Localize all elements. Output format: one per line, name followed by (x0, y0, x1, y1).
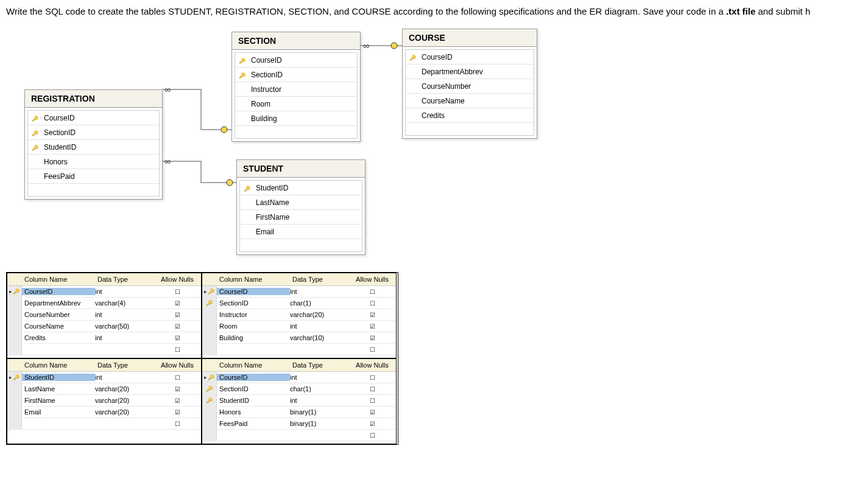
data-type-cell[interactable]: char(1) (290, 385, 351, 393)
designer-row[interactable]: DepartmentAbbrevvarchar(4)☑ (7, 298, 201, 309)
data-type-cell[interactable]: int (290, 374, 351, 381)
data-type-cell[interactable]: char(1) (290, 299, 351, 307)
column-name-cell[interactable]: Email (22, 408, 95, 416)
allow-nulls-cell[interactable]: ☑ (351, 409, 393, 416)
row-selector[interactable] (202, 372, 217, 383)
column-name-cell[interactable]: FeesPaid (217, 420, 290, 427)
column-name-cell[interactable]: DepartmentAbbrev (22, 299, 95, 307)
designer-row[interactable]: Honorsbinary(1)☑ (202, 406, 396, 418)
allow-nulls-cell[interactable]: ☐ (156, 346, 199, 353)
designer-row[interactable]: FeesPaidbinary(1)☑ (202, 418, 396, 430)
data-type-cell[interactable]: varchar(50) (95, 323, 156, 330)
allow-nulls-cell[interactable]: ☑ (156, 397, 199, 404)
column-name-cell[interactable]: StudentID (217, 397, 290, 404)
allow-nulls-cell[interactable]: ☑ (351, 312, 393, 318)
row-selector[interactable] (7, 309, 22, 320)
designer-row[interactable]: StudentIDint☐ (7, 372, 201, 383)
allow-nulls-cell[interactable]: ☑ (351, 420, 393, 427)
column-name-cell[interactable]: CourseNumber (22, 311, 95, 318)
allow-nulls-cell[interactable]: ☐ (351, 397, 393, 404)
allow-nulls-cell[interactable]: ☐ (156, 374, 199, 381)
designer-row[interactable]: Instructorvarchar(20)☑ (202, 309, 396, 321)
allow-nulls-cell[interactable]: ☐ (351, 288, 393, 295)
allow-nulls-cell[interactable]: ☐ (351, 300, 393, 307)
data-type-cell[interactable]: varchar(20) (95, 397, 156, 404)
designer-row[interactable]: Roomint☑ (202, 321, 396, 332)
row-selector[interactable] (7, 418, 22, 429)
data-type-cell[interactable]: varchar(10) (290, 334, 351, 341)
allow-nulls-cell[interactable]: ☑ (156, 312, 199, 318)
row-selector[interactable] (202, 321, 217, 332)
column-name-cell[interactable]: SectionID (217, 299, 290, 307)
data-type-cell[interactable]: varchar(20) (95, 408, 156, 416)
designer-row[interactable]: CourseIDint☐ (202, 286, 396, 298)
row-selector[interactable] (202, 406, 217, 417)
designer-row[interactable]: CourseNumberint☑ (7, 309, 201, 321)
data-type-cell[interactable]: int (290, 397, 351, 404)
row-selector[interactable] (7, 286, 22, 297)
column-name-cell[interactable]: StudentID (22, 374, 95, 381)
row-selector[interactable] (202, 332, 217, 343)
designer-row[interactable]: SectionIDchar(1)☐ (202, 383, 396, 395)
designer-row[interactable]: Buildingvarchar(10)☑ (202, 332, 396, 344)
allow-nulls-cell[interactable]: ☑ (156, 300, 199, 307)
allow-nulls-cell[interactable]: ☐ (351, 346, 393, 353)
allow-nulls-cell[interactable]: ☐ (156, 420, 199, 427)
designer-row[interactable]: CourseIDint☐ (7, 286, 201, 298)
allow-nulls-cell[interactable]: ☐ (351, 386, 393, 393)
row-selector[interactable] (7, 298, 22, 309)
data-type-cell[interactable]: int (290, 288, 351, 295)
column-name-cell[interactable]: FirstName (22, 397, 95, 404)
row-selector[interactable] (7, 321, 22, 332)
column-name-cell[interactable]: Honors (217, 408, 290, 416)
designer-row[interactable]: SectionIDchar(1)☐ (202, 298, 396, 309)
column-name-cell[interactable]: Building (217, 334, 290, 341)
data-type-cell[interactable]: int (290, 323, 351, 330)
row-selector[interactable] (202, 395, 217, 406)
column-name-cell[interactable]: CourseID (217, 288, 290, 295)
designer-row[interactable]: CourseIDint☐ (202, 372, 396, 383)
row-selector[interactable] (7, 395, 22, 406)
designer-row[interactable]: CourseNamevarchar(50)☑ (7, 321, 201, 332)
column-name-cell[interactable]: CourseName (22, 323, 95, 330)
data-type-cell[interactable]: int (95, 288, 156, 295)
allow-nulls-cell[interactable]: ☑ (156, 323, 199, 330)
column-name-cell[interactable]: Instructor (217, 311, 290, 318)
data-type-cell[interactable]: int (95, 334, 156, 341)
data-type-cell[interactable]: binary(1) (290, 408, 351, 416)
designer-row[interactable]: FirstNamevarchar(20)☑ (7, 395, 201, 406)
row-selector[interactable] (202, 309, 217, 320)
data-type-cell[interactable]: varchar(20) (95, 385, 156, 393)
row-selector[interactable] (202, 383, 217, 394)
row-selector[interactable] (202, 430, 217, 441)
data-type-cell[interactable]: int (95, 311, 156, 318)
designer-row[interactable]: Emailvarchar(20)☑ (7, 406, 201, 418)
column-name-cell[interactable]: CourseID (22, 288, 95, 295)
row-selector[interactable] (202, 298, 217, 309)
row-selector[interactable] (7, 383, 22, 394)
designer-row[interactable]: StudentIDint☐ (202, 395, 396, 406)
row-selector[interactable] (202, 418, 217, 429)
data-type-cell[interactable]: varchar(20) (290, 311, 351, 318)
row-selector[interactable] (7, 332, 22, 343)
row-selector[interactable] (202, 286, 217, 297)
allow-nulls-cell[interactable]: ☑ (156, 335, 199, 341)
row-selector[interactable] (202, 344, 217, 355)
column-name-cell[interactable]: Room (217, 323, 290, 330)
column-name-cell[interactable]: CourseID (217, 374, 290, 381)
column-name-cell[interactable]: Credits (22, 334, 95, 341)
column-name-cell[interactable]: LastName (22, 385, 95, 393)
allow-nulls-cell[interactable]: ☐ (351, 374, 393, 381)
designer-row[interactable]: ☐ (202, 344, 396, 355)
column-name-cell[interactable]: SectionID (217, 385, 290, 393)
allow-nulls-cell[interactable]: ☐ (351, 432, 393, 439)
row-selector[interactable] (7, 344, 22, 355)
data-type-cell[interactable]: varchar(4) (95, 299, 156, 307)
allow-nulls-cell[interactable]: ☑ (351, 323, 393, 330)
row-selector[interactable] (7, 406, 22, 417)
allow-nulls-cell[interactable]: ☐ (156, 288, 199, 295)
designer-row[interactable]: ☐ (7, 418, 201, 430)
data-type-cell[interactable]: binary(1) (290, 420, 351, 427)
allow-nulls-cell[interactable]: ☑ (156, 409, 199, 416)
allow-nulls-cell[interactable]: ☑ (351, 335, 393, 341)
